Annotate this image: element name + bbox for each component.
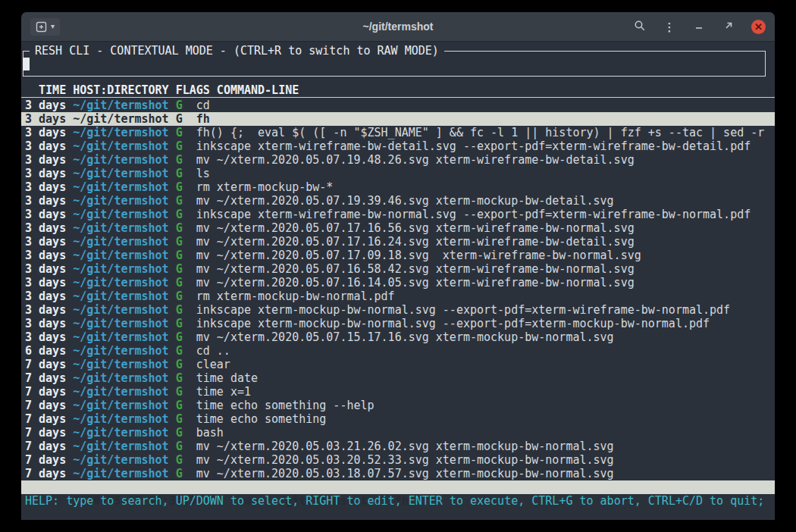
row-command: rm xterm-mockup-bw-normal.pdf [196,289,395,303]
history-row[interactable]: 7 days~/git/termshotGtime echo something [21,412,775,426]
history-row[interactable]: 3 days~/git/termshotGmv ~/xterm.2020.05.… [21,194,775,208]
row-flags: G [176,221,196,235]
history-row[interactable]: 3 days~/git/termshotGmv ~/xterm.2020.05.… [21,330,775,344]
row-host-directory: ~/git/termshot [73,440,175,453]
row-command: cd [196,99,210,112]
row-flags: G [176,371,196,385]
row-command: fh [196,112,210,126]
search-input-cursor[interactable] [23,58,30,70]
row-command: mv ~/xterm.2020.05.07.17.09.18.svg xterm… [196,249,641,262]
history-row[interactable]: 3 days~/git/termshotGmv ~/xterm.2020.05.… [21,221,775,235]
mode-box-legend: RESH CLI - CONTEXTUAL MODE - (CTRL+R to … [30,44,444,58]
row-flags: G [176,399,196,412]
history-row[interactable]: 7 days~/git/termshotGbash [21,426,775,440]
close-icon: ✕ [754,20,763,34]
row-host-directory: ~/git/termshot [73,467,175,480]
row-flags: G [176,303,196,317]
kebab-menu-icon: ⋮ [664,21,675,33]
row-command: cd .. [196,344,230,358]
row-host-directory: ~/git/termshot [73,194,175,208]
history-row[interactable]: 3 days~/git/termshotGmv ~/xterm.2020.05.… [21,262,775,276]
row-flags: G [176,235,196,249]
new-tab-button[interactable]: ▾ [30,18,60,36]
row-time: 7 days [25,371,73,385]
row-flags: G [176,385,196,399]
row-host-directory: ~/git/termshot [73,453,175,467]
row-host-directory: ~/git/termshot [73,344,175,358]
history-row[interactable]: 3 days~/git/termshotGinkscape xterm-mock… [21,317,775,330]
history-row[interactable]: 3 days~/git/termshotGmv ~/xterm.2020.05.… [21,249,775,262]
history-row[interactable]: 3 days~/git/termshotGls [21,167,775,180]
row-command: inkscape xterm-wireframe-bw-detail.svg -… [196,139,751,153]
search-icon [634,20,646,34]
row-host-directory: ~/git/termshot [73,208,175,221]
minimize-button[interactable] [692,20,706,33]
history-row[interactable]: 6 days~/git/termshotGcd .. [21,344,775,358]
row-command: time echo something [196,412,327,426]
history-row[interactable]: 7 days~/git/termshotGmv ~/xterm.2020.05.… [21,440,775,453]
history-row[interactable]: 3 days~/git/termshotGrm xterm-mockup-bw-… [21,289,775,303]
row-time: 3 days [25,303,73,317]
menu-button[interactable]: ⋮ [663,20,676,33]
row-command: mv ~/xterm.2020.05.07.19.48.26.svg xterm… [196,153,635,167]
row-command: mv ~/xterm.2020.05.03.18.07.57.svg xterm… [196,467,614,480]
row-time: 7 days [25,467,73,480]
history-row[interactable]: 3 days~/git/termshotGmv ~/xterm.2020.05.… [21,276,775,289]
row-command: time x=1 [196,385,251,399]
search-button[interactable] [633,20,647,33]
row-host-directory: ~/git/termshot [73,221,175,235]
history-row[interactable]: 3 days~/git/termshotGfh() {; eval $( ([ … [21,126,775,139]
history-row[interactable]: 3 days~/git/termshotGinkscape xterm-wire… [21,208,775,221]
row-flags: G [176,317,196,330]
row-command: mv ~/xterm.2020.05.07.16.58.42.svg xterm… [196,262,635,276]
row-time: 7 days [25,358,73,371]
row-flags: G [176,112,196,126]
row-host-directory: ~/git/termshot [73,317,175,330]
history-row[interactable]: 7 days~/git/termshotGtime date [21,371,775,385]
history-row[interactable]: 7 days~/git/termshotGtime x=1 [21,385,775,399]
row-time: 3 days [25,317,73,330]
row-command: bash [196,426,224,440]
history-row[interactable]: 3 days~/git/termshotGinkscape xterm-mock… [21,303,775,317]
row-host-directory: ~/git/termshot [73,235,175,249]
row-host-directory: ~/git/termshot [73,371,175,385]
row-command: mv ~/xterm.2020.05.07.17.16.56.svg xterm… [196,221,635,235]
chevron-down-icon: ▾ [51,23,55,30]
history-row[interactable]: 3 days~/git/termshotGfh [21,112,775,126]
row-command: time echo something --help [196,399,374,412]
maximize-button[interactable] [722,20,735,33]
row-flags: G [176,249,196,262]
row-host-directory: ~/git/termshot [73,289,175,303]
history-row[interactable]: 7 days~/git/termshotGmv ~/xterm.2020.05.… [21,467,775,480]
row-time: 3 days [25,180,73,194]
row-time: 3 days [25,194,73,208]
row-time: 3 days [25,289,73,303]
row-host-directory: ~/git/termshot [73,126,175,139]
row-command: inkscape xterm-mockup-bw-normal.svg --ex… [196,317,710,330]
close-button[interactable]: ✕ [751,20,766,34]
row-time: 3 days [25,276,73,289]
history-row[interactable]: 3 days~/git/termshotGrm xterm-mockup-bw-… [21,180,775,194]
row-flags: G [176,194,196,208]
row-time: 3 days [25,167,73,180]
terminal-content[interactable]: RESH CLI - CONTEXTUAL MODE - (CTRL+R to … [21,42,775,520]
row-command: mv ~/xterm.2020.05.07.15.17.16.svg xterm… [196,330,614,344]
row-time: 3 days [25,249,73,262]
history-row[interactable]: 3 days~/git/termshotGcd [21,99,775,112]
row-host-directory: ~/git/termshot [73,262,175,276]
history-row[interactable]: 7 days~/git/termshotGclear [21,358,775,371]
desktop-background: { "window": { "title": "~/git/termshot" … [0,0,796,532]
row-host-directory: ~/git/termshot [73,112,175,126]
history-row[interactable]: 7 days~/git/termshotGmv ~/xterm.2020.05.… [21,453,775,467]
history-row[interactable]: 7 days~/git/termshotGtime echo something… [21,399,775,412]
history-row[interactable]: 3 days~/git/termshotGmv ~/xterm.2020.05.… [21,153,775,167]
history-list: 3 days~/git/termshotGcd3 days~/git/terms… [21,99,775,480]
row-time: 3 days [25,208,73,221]
status-bar: 2020-05-08 00:34:56tower:~/git/termshotf… [21,480,775,494]
titlebar[interactable]: ▾ ~/git/termshot ⋮ [21,12,775,42]
row-host-directory: ~/git/termshot [73,276,175,289]
row-command: ls [196,167,210,180]
history-row[interactable]: 3 days~/git/termshotGinkscape xterm-wire… [21,139,775,153]
row-time: 7 days [25,440,73,453]
history-row[interactable]: 3 days~/git/termshotGmv ~/xterm.2020.05.… [21,235,775,249]
